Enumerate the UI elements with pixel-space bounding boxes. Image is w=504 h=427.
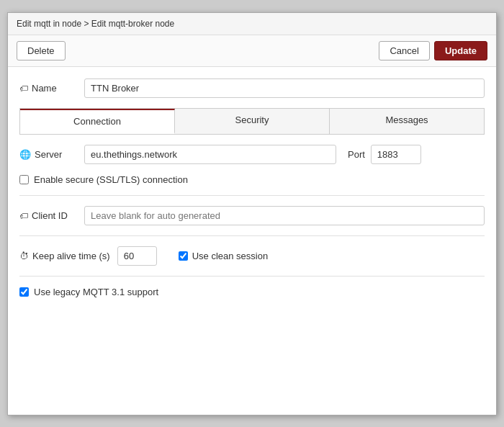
tabs-container: Connection Security Messages (19, 108, 485, 135)
dialog: Edit mqtt in node > Edit mqtt-broker nod… (7, 12, 497, 415)
clean-session-checkbox[interactable] (179, 251, 188, 261)
name-label: Name (19, 82, 84, 94)
legacy-row: Use legacy MQTT 3.1 support (19, 287, 485, 297)
tab-security[interactable]: Security (175, 109, 330, 134)
clean-session-group: Use clean session (179, 251, 269, 261)
legacy-label[interactable]: Use legacy MQTT 3.1 support (34, 287, 158, 297)
delete-button[interactable]: Delete (17, 41, 66, 60)
client-id-input[interactable] (84, 206, 485, 225)
clean-session-label[interactable]: Use clean session (192, 251, 269, 261)
server-label: Server (19, 149, 84, 160)
keepalive-row: Keep alive time (s) Use clean session (19, 246, 485, 266)
form-body: Name Connection Security Messages Server… (8, 67, 496, 319)
breadcrumb: Edit mqtt in node > Edit mqtt-broker nod… (8, 13, 496, 35)
globe-icon (19, 149, 31, 160)
toolbar: Delete Cancel Update (8, 35, 496, 67)
tag-icon-2 (19, 210, 28, 221)
server-input[interactable] (84, 145, 336, 164)
divider-3 (19, 276, 485, 277)
name-row: Name (19, 78, 485, 98)
clock-icon (19, 251, 29, 261)
ssl-row: Enable secure (SSL/TLS) connection (19, 174, 485, 185)
port-input[interactable] (371, 145, 421, 164)
port-label: Port (348, 149, 365, 160)
ssl-checkbox[interactable] (19, 175, 29, 184)
tab-messages[interactable]: Messages (330, 109, 484, 134)
name-input[interactable] (84, 78, 485, 98)
tag-icon (19, 82, 28, 94)
cancel-button[interactable]: Cancel (379, 41, 429, 60)
breadcrumb-parent: Edit mqtt in node (17, 19, 81, 29)
divider-1 (19, 195, 485, 196)
breadcrumb-current: Edit mqtt-broker node (91, 19, 174, 29)
client-id-row: Client ID (19, 206, 485, 225)
keepalive-label: Keep alive time (s) (19, 251, 110, 261)
update-button[interactable]: Update (434, 41, 487, 60)
ssl-label[interactable]: Enable secure (SSL/TLS) connection (34, 174, 188, 185)
server-row: Server Port (19, 145, 485, 164)
client-id-label: Client ID (19, 210, 84, 221)
toolbar-right: Cancel Update (379, 41, 487, 60)
breadcrumb-separator: > (84, 19, 89, 29)
legacy-checkbox[interactable] (19, 287, 29, 297)
divider-2 (19, 235, 485, 236)
keepalive-input[interactable] (117, 246, 157, 266)
tab-connection[interactable]: Connection (20, 109, 175, 134)
